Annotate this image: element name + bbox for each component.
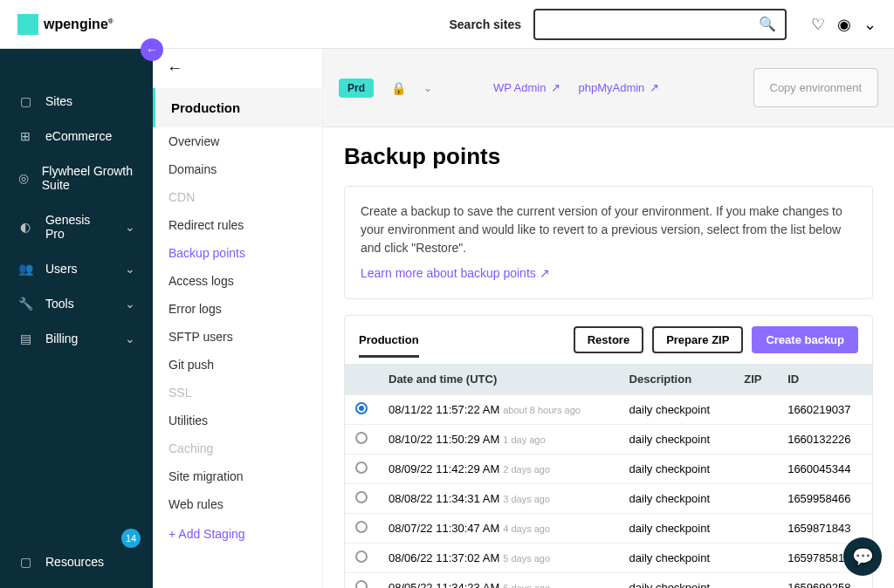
table-row[interactable]: 08/11/22 11:57:22 AMabout 8 hours agodai… [345,395,872,425]
account-icon[interactable]: ◉ [837,15,851,34]
tab-production[interactable]: Production [359,333,419,358]
learn-more-link[interactable]: Learn more about backup points ↗ [361,264,550,283]
cell-datetime: 08/09/22 11:42:29 AM2 days ago [378,455,619,484]
cell-datetime: 08/06/22 11:37:02 AM5 days ago [378,544,619,573]
collapse-sidebar-button[interactable]: ← [141,38,163,61]
back-arrow-icon[interactable]: ← [167,59,182,78]
sidebar-item-label: Sites [45,94,72,108]
search-input[interactable] [544,17,759,31]
row-radio[interactable] [355,432,368,444]
sidebar-item-resources[interactable]: 14 ▢ Resources [0,544,153,579]
subnav-item[interactable]: Redirect rules [153,211,322,239]
subnav-item[interactable]: Access logs [153,267,322,295]
sidebar-item[interactable]: ⊞eCommerce [0,119,153,154]
cell-description: daily checkpoint [619,573,734,589]
sidebar-icon: 🔧 [17,297,33,311]
table-row[interactable]: 08/07/22 11:30:47 AM4 days agodaily chec… [345,514,872,544]
row-radio[interactable] [355,402,368,414]
col-datetime: Date and time (UTC) [378,364,619,395]
cell-zip [733,484,777,514]
sidebar-item[interactable]: ▢Sites [0,84,153,119]
cell-description: daily checkpoint [619,484,734,514]
search-input-wrapper[interactable]: 🔍 [533,9,787,40]
sidebar-item[interactable]: 🔧Tools⌄ [0,286,153,321]
table-row[interactable]: 08/09/22 11:42:29 AM2 days agodaily chec… [345,455,872,484]
subnav-item[interactable]: Backup points [153,239,322,267]
table-row[interactable]: 08/10/22 11:50:29 AM1 day agodaily check… [345,425,872,455]
subnav-item[interactable]: Domains [153,155,322,183]
cell-id: 1660045344 [777,455,872,484]
cell-id: 1660219037 [777,395,872,425]
logo-text: wpengine® [44,17,113,32]
row-radio[interactable] [355,462,368,474]
row-radio[interactable] [355,550,368,563]
env-badge[interactable]: Prd [339,79,374,98]
chat-fab[interactable]: 💬 [843,537,882,576]
help-icon[interactable]: ♡ [811,15,825,34]
account-chevron-icon[interactable]: ⌄ [863,15,877,34]
table-row[interactable]: 08/05/22 11:34:23 AM6 days agodaily chec… [345,573,872,589]
chevron-down-icon: ⌄ [125,332,135,345]
chevron-down-icon: ⌄ [125,297,135,311]
sidebar-item[interactable]: ◐Genesis Pro⌄ [0,202,153,251]
external-link-icon: ↗ [540,264,550,283]
cell-datetime: 08/10/22 11:50:29 AM1 day ago [378,425,619,455]
sidebar: ← ▢Sites⊞eCommerce◎Flywheel Growth Suite… [0,49,153,588]
table-row[interactable]: 08/08/22 11:34:31 AM3 days agodaily chec… [345,484,872,514]
wp-admin-link[interactable]: WP Admin ↗ [493,81,560,94]
sidebar-item[interactable]: 👥Users⌄ [0,251,153,286]
col-description: Description [619,364,734,395]
row-radio[interactable] [355,491,368,503]
sidebar-icon: ▤ [17,332,33,345]
cell-datetime: 08/08/22 11:34:31 AM3 days ago [378,484,619,514]
subnav: ← Production OverviewDomainsCDNRedirect … [153,49,323,588]
add-staging-button[interactable]: + Add Staging [153,518,322,550]
notification-badge: 14 [121,529,141,548]
create-backup-button[interactable]: Create backup [752,326,858,353]
subnav-item[interactable]: SFTP users [153,323,322,351]
cell-datetime: 08/07/22 11:30:47 AM4 days ago [378,514,619,544]
restore-button[interactable]: Restore [574,326,643,353]
copy-environment-button[interactable]: Copy environment [753,68,879,107]
row-radio[interactable] [355,521,368,533]
prepare-zip-button[interactable]: Prepare ZIP [652,326,743,353]
sidebar-item[interactable]: ◎Flywheel Growth Suite [0,154,153,202]
cell-description: daily checkpoint [619,425,734,455]
relative-time: about 8 hours ago [503,405,581,415]
logo: wpengine® [17,14,113,35]
cell-description: daily checkpoint [619,514,734,544]
sidebar-item[interactable]: ▤Billing⌄ [0,321,153,356]
subnav-item[interactable]: Utilities [153,407,322,434]
cell-zip [733,395,777,425]
sidebar-item-label: Flywheel Growth Suite [42,164,135,192]
search-label: Search sites [450,17,522,31]
info-box: Create a backup to save the current vers… [344,186,873,299]
cell-zip [733,455,777,484]
sidebar-icon: ⊞ [17,129,33,143]
chevron-down-icon: ⌄ [125,220,135,234]
cell-zip [733,573,777,589]
subnav-item[interactable]: Overview [153,127,322,155]
relative-time: 4 days ago [503,523,550,534]
phpmyadmin-link[interactable]: phpMyAdmin ↗ [578,81,659,94]
table-row[interactable]: 08/06/22 11:37:02 AM5 days agodaily chec… [345,544,872,573]
search-icon[interactable]: 🔍 [759,16,776,32]
relative-time: 1 day ago [503,434,545,445]
row-radio[interactable] [355,580,368,588]
subnav-item[interactable]: Git push [153,351,322,379]
env-chevron-icon[interactable]: ⌄ [423,82,432,94]
subnav-title[interactable]: Production [153,88,322,127]
subnav-item[interactable]: Web rules [153,490,322,518]
cell-zip [733,425,777,455]
relative-time: 2 days ago [503,464,550,475]
sidebar-item-label: Tools [45,297,74,311]
relative-time: 3 days ago [503,494,550,504]
external-link-icon: ↗ [650,81,659,94]
sidebar-item-label: Billing [45,332,78,345]
subnav-item[interactable]: Error logs [153,295,322,323]
cell-datetime: 08/05/22 11:34:23 AM6 days ago [378,573,619,589]
subnav-item[interactable]: Site migration [153,462,322,490]
cell-id: 1660132226 [777,425,872,455]
cell-id: 1659958466 [777,484,872,514]
cell-description: daily checkpoint [619,544,734,573]
